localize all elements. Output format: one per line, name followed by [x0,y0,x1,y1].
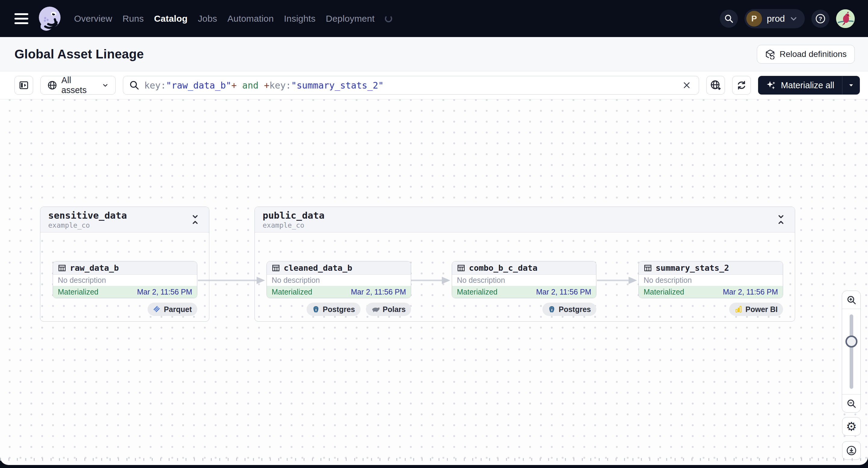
asset-name: combo_b_c_data [469,263,537,273]
asset-node-cleaned-data-b[interactable]: cleaned_data_b No description Materializ… [267,261,411,298]
lineage-toolbar: All assets key:"raw_data_b"+ and +key:"s… [0,71,868,99]
zoom-in-button[interactable] [842,291,861,309]
materialized-status: Materialized [272,288,312,297]
cardinal-bird-avatar-icon [836,9,855,28]
download-icon [846,445,857,456]
kind-badge-postgres: Postgres [542,303,596,316]
asset-status-row: Materialized Mar 2, 11:56 PM [452,286,596,298]
search-icon [724,14,734,24]
asset-status-row: Materialized Mar 2, 11:56 PM [639,286,783,298]
materialized-timestamp: Mar 2, 11:56 PM [137,288,192,297]
asset-node-raw-data-b[interactable]: raw_data_b No description Materialized M… [53,261,197,298]
asset-description: No description [53,275,197,286]
materialize-all-split-button: Materialize all [758,76,860,95]
materialized-status: Materialized [58,288,98,297]
kind-badge-polars: Polars [366,303,411,316]
nav-item-deployment[interactable]: Deployment [326,13,375,24]
materialize-all-button[interactable]: Materialize all [758,76,842,95]
nav-item-overview[interactable]: Overview [74,13,112,24]
open-sidebar-button[interactable] [14,76,33,95]
asset-status-row: Materialized Mar 2, 11:56 PM [53,286,197,298]
powerbi-icon [735,305,742,313]
materialized-timestamp: Mar 2, 11:56 PM [351,288,406,297]
zoom-out-button[interactable] [842,394,861,412]
asset-name: summary_stats_2 [656,263,729,273]
asset-name: cleaned_data_b [284,263,352,273]
dagster-logo-icon[interactable] [36,4,63,33]
collapse-icon [777,214,785,225]
group-header[interactable]: sensitive_data example_co [40,207,209,232]
materialize-all-label: Materialize all [781,81,834,90]
table-icon [272,264,280,272]
collapse-group-button[interactable] [189,212,201,227]
postgres-icon [312,305,320,313]
nav-item-insights[interactable]: Insights [284,13,316,24]
kind-badge-parquet: Parquet [148,303,197,316]
refresh-icon [736,80,747,91]
zoom-out-icon [846,399,857,409]
materialize-options-button[interactable] [842,76,860,95]
download-image-button[interactable] [842,441,861,460]
reload-definitions-button[interactable]: Reload definitions [757,45,855,64]
asset-badges: Power BI [639,303,783,316]
group-location: example_co [262,221,324,229]
asset-node-summary-stats-2[interactable]: summary_stats_2 No description Materiali… [639,261,783,298]
lineage-canvas[interactable]: sensitive_data example_co public_data ex… [0,99,868,465]
asset-name: raw_data_b [70,263,119,273]
reload-definitions-label: Reload definitions [779,50,847,59]
collapse-icon [191,214,199,225]
globe-plus-icon [710,80,721,91]
group-location: example_co [48,221,127,229]
polars-icon [371,306,380,313]
asset-description: No description [267,275,411,286]
refresh-button[interactable] [732,76,751,95]
table-icon [457,264,465,272]
close-icon [682,81,691,89]
user-avatar[interactable] [836,9,855,28]
asset-badges: Parquet [53,303,197,316]
materialized-timestamp: Mar 2, 11:56 PM [723,288,778,297]
page-title: Global Asset Lineage [14,47,144,61]
clear-search-button[interactable] [681,79,693,91]
chevron-down-icon [790,15,798,23]
kind-badge-powerbi: Power BI [729,303,783,316]
group-name: sensitive_data [48,210,127,221]
graph-settings-button[interactable]: ⚙ [842,417,861,436]
deployment-name: prod [767,13,785,24]
deployment-switcher[interactable]: P prod [745,9,805,28]
search-query-text: key:"raw_data_b"+ and +key:"summary_stat… [144,80,676,91]
nav-item-jobs[interactable]: Jobs [198,13,217,24]
sparkles-icon [766,80,777,91]
question-icon: ? [815,13,826,24]
collapse-group-button[interactable] [775,212,787,227]
canvas-edge-ticks [0,458,868,461]
materialized-timestamp: Mar 2, 11:56 PM [536,288,591,297]
materialized-status: Materialized [457,288,498,297]
table-icon [644,264,652,272]
asset-scope-dropdown[interactable]: All assets [40,76,116,95]
deployment-avatar: P [746,11,762,27]
nav-item-automation[interactable]: Automation [227,13,274,24]
table-icon [58,264,66,272]
nav-item-runs[interactable]: Runs [123,13,144,24]
caret-down-icon [847,82,855,89]
top-nav: Overview Runs Catalog Jobs Automation In… [0,0,868,37]
zoom-slider-track[interactable] [849,314,853,389]
global-search-button[interactable] [720,10,738,28]
postgres-icon [548,305,556,313]
asset-node-combo-b-c-data[interactable]: combo_b_c_data No description Materializ… [452,261,596,298]
gear-icon: ⚙ [846,420,857,433]
zoom-slider[interactable] [842,309,861,394]
zoom-slider-thumb[interactable] [845,336,858,347]
parquet-icon [153,305,161,313]
menu-icon[interactable] [14,11,31,26]
group-name: public_data [262,210,324,221]
nav-item-catalog[interactable]: Catalog [154,13,187,24]
reload-cube-icon [765,49,775,59]
help-button[interactable]: ? [811,10,830,28]
view-global-lineage-button[interactable] [706,76,725,95]
asset-search-input[interactable]: key:"raw_data_b"+ and +key:"summary_stat… [123,76,699,95]
asset-scope-label: All assets [61,75,98,95]
group-header[interactable]: public_data example_co [255,207,795,232]
asset-badges: Postgres [452,303,596,316]
